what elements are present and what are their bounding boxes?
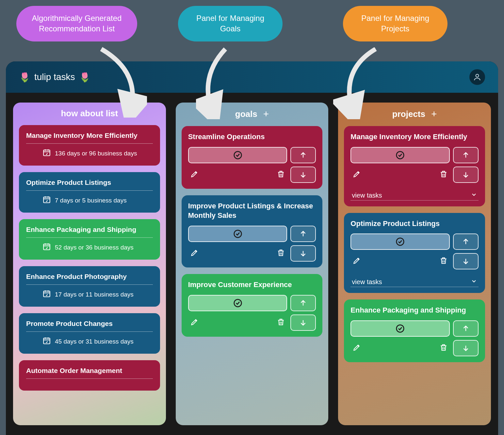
view-tasks-toggle[interactable]: view tasks: [350, 188, 479, 201]
divider: [26, 379, 153, 379]
divider: [26, 143, 153, 144]
how-about-card[interactable]: Promote Product Changes45 days or 31 bus…: [19, 313, 160, 354]
complete-button[interactable]: [350, 320, 450, 337]
move-up-button[interactable]: [453, 234, 479, 250]
how-about-card[interactable]: Enhance Product Photography17 days or 11…: [19, 266, 160, 307]
delete-button[interactable]: [439, 170, 448, 180]
tulip-icon: 🌷: [19, 72, 30, 83]
move-down-button[interactable]: [290, 245, 316, 262]
delete-button[interactable]: [277, 318, 285, 328]
projects-panel: projects + Manage Inventory More Efficie…: [338, 103, 491, 425]
how-about-card[interactable]: Optimize Product Listings7 days or 5 bus…: [19, 172, 160, 213]
goal-card: Improve Customer Experience: [182, 274, 323, 337]
move-down-button[interactable]: [453, 253, 479, 269]
svg-rect-2: [43, 197, 50, 202]
card-title: Improve Customer Experience: [188, 280, 316, 290]
svg-point-11: [397, 325, 404, 332]
projects-header-label: projects: [392, 109, 425, 119]
complete-button[interactable]: [350, 234, 450, 250]
card-title: Manage Inventory More Efficiently: [26, 132, 153, 139]
callout-recommendation: Algorithmically Generated Recommendation…: [16, 6, 137, 41]
delete-button[interactable]: [439, 343, 448, 353]
add-goal-button[interactable]: +: [263, 108, 269, 120]
app-window: 🌷 tulip tasks 🌷 how about list Manage In…: [6, 61, 498, 435]
how-about-card[interactable]: Automate Order Management: [19, 360, 160, 391]
delete-button[interactable]: [277, 249, 285, 258]
move-up-button[interactable]: [290, 226, 316, 242]
move-down-button[interactable]: [453, 340, 479, 356]
move-up-button[interactable]: [453, 320, 479, 337]
card-meta: 17 days or 11 business days: [26, 289, 153, 299]
how-about-list: Manage Inventory More Efficiently136 day…: [19, 125, 160, 391]
calendar-icon: [42, 148, 51, 158]
svg-point-7: [234, 230, 241, 238]
how-about-card[interactable]: Manage Inventory More Efficiently136 day…: [19, 125, 160, 166]
complete-button[interactable]: [188, 226, 287, 242]
complete-button[interactable]: [188, 147, 287, 163]
card-meta-text: 7 days or 5 business days: [55, 197, 127, 204]
calendar-icon: [42, 336, 51, 346]
calendar-icon: [42, 195, 51, 205]
arrow-projects: [333, 47, 385, 119]
how-about-card[interactable]: Enhance Packaging and Shipping52 days or…: [19, 219, 160, 260]
edit-button[interactable]: [190, 318, 199, 328]
view-tasks-label: view tasks: [352, 192, 382, 199]
view-tasks-toggle[interactable]: view tasks: [350, 275, 479, 287]
calendar-icon: [42, 242, 51, 252]
goal-card: Streamline Operations: [182, 126, 323, 189]
svg-point-9: [397, 151, 404, 159]
card-title: Enhance Product Photography: [26, 273, 153, 281]
card-meta-text: 17 days or 11 business days: [55, 291, 134, 298]
move-down-button[interactable]: [290, 167, 316, 183]
edit-button[interactable]: [352, 170, 361, 180]
svg-rect-1: [43, 150, 50, 155]
move-up-button[interactable]: [290, 295, 316, 311]
edit-button[interactable]: [190, 170, 199, 180]
card-title: Manage Inventory More Efficiently: [350, 132, 479, 142]
edit-button[interactable]: [352, 256, 361, 266]
move-down-button[interactable]: [290, 314, 316, 331]
card-title: Automate Order Management: [26, 367, 153, 375]
how-about-panel: how about list Manage Inventory More Eff…: [13, 103, 166, 425]
arrow-recommendation: [95, 46, 147, 118]
chevron-down-icon: [471, 191, 477, 200]
edit-button[interactable]: [190, 249, 199, 258]
complete-button[interactable]: [350, 147, 450, 163]
move-up-button[interactable]: [453, 147, 479, 163]
arrow-goals: [196, 47, 242, 119]
app-header: 🌷 tulip tasks 🌷: [6, 61, 498, 93]
card-meta: 45 days or 31 business days: [26, 336, 153, 346]
divider: [26, 284, 153, 285]
project-card: Enhance Packaging and Shipping: [344, 299, 485, 362]
card-title: Enhance Packaging and Shipping: [350, 305, 479, 315]
card-meta: 7 days or 5 business days: [26, 195, 153, 205]
svg-rect-3: [43, 244, 50, 250]
add-project-button[interactable]: +: [431, 108, 437, 120]
svg-point-0: [476, 74, 479, 77]
divider: [26, 237, 153, 238]
view-tasks-label: view tasks: [352, 278, 382, 286]
edit-button[interactable]: [352, 343, 361, 353]
svg-point-10: [397, 238, 404, 246]
delete-button[interactable]: [439, 256, 448, 266]
complete-button[interactable]: [188, 295, 287, 311]
card-title: Improve Product Listings & Increase Mont…: [188, 201, 316, 220]
profile-button[interactable]: [469, 69, 485, 85]
card-meta: 52 days or 36 business days: [26, 242, 153, 252]
card-title: Optimize Product Listings: [350, 219, 479, 229]
card-meta-text: 136 days or 96 business days: [55, 150, 137, 157]
move-up-button[interactable]: [290, 147, 316, 163]
card-meta-text: 45 days or 31 business days: [55, 338, 134, 345]
goal-card: Improve Product Listings & Increase Mont…: [182, 195, 323, 267]
callout-projects: Panel for Managing Projects: [343, 6, 447, 41]
delete-button[interactable]: [277, 170, 285, 180]
move-down-button[interactable]: [453, 167, 479, 183]
goals-list: Streamline OperationsImprove Product Lis…: [182, 126, 323, 337]
projects-list: Manage Inventory More Efficientlyview ta…: [344, 126, 485, 362]
svg-rect-5: [43, 338, 50, 344]
app-title-text: tulip tasks: [34, 72, 75, 82]
project-card: Manage Inventory More Efficientlyview ta…: [344, 126, 485, 206]
project-card: Optimize Product Listingsview tasks: [344, 213, 485, 293]
divider: [26, 190, 153, 191]
card-meta-text: 52 days or 36 business days: [55, 244, 134, 251]
